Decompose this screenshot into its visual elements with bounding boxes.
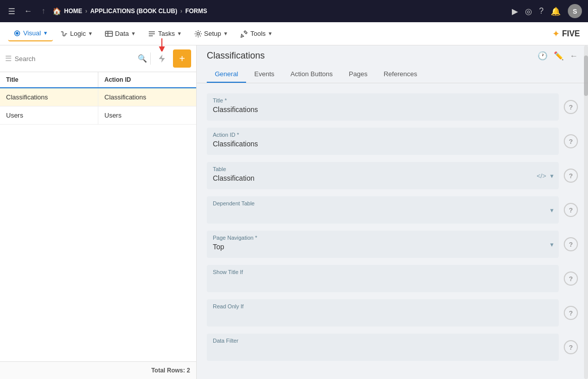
- lightning-container: [154, 50, 170, 67]
- read-only-label: Read Only If: [213, 303, 553, 309]
- bell-icon[interactable]: 🔔: [551, 7, 561, 16]
- title-help-icon[interactable]: ?: [564, 100, 578, 114]
- table-field: Table Classification </> ▾: [207, 162, 559, 189]
- table-field-actions: </> ▾: [537, 172, 554, 180]
- dependent-table-help-icon[interactable]: ?: [564, 203, 578, 217]
- data-filter-label: Data Filter: [213, 338, 553, 344]
- top-navigation: ☰ ← ↑ 🏠 HOME › APPLICATIONS (BOOK CLUB) …: [0, 0, 588, 22]
- field-row-action-id: Action ID * Classifications ?: [207, 128, 578, 155]
- row-title-cell: Classifications: [0, 88, 98, 106]
- search-icon[interactable]: 🔍: [138, 54, 147, 63]
- field-row-table: Table Classification </> ▾ ?: [207, 162, 578, 189]
- page-navigation-value[interactable]: Top: [213, 243, 553, 251]
- toolbar-data[interactable]: Data ▼: [100, 27, 141, 41]
- table-row[interactable]: Users Users: [0, 106, 196, 125]
- row-action-id-cell: Classifications: [98, 88, 196, 106]
- page-navigation-field: Page Navigation * Top ▾: [207, 231, 559, 258]
- right-panel-title: Classifications: [207, 50, 533, 61]
- tab-general[interactable]: General: [207, 66, 246, 83]
- search-nav-icon[interactable]: ◎: [525, 7, 532, 16]
- back-icon[interactable]: ←: [22, 5, 34, 18]
- action-id-value[interactable]: Classifications: [213, 140, 553, 148]
- title-value[interactable]: Classifications: [213, 105, 553, 114]
- history-icon[interactable]: 🕐: [538, 51, 548, 61]
- field-row-data-filter: Data Filter ?: [207, 334, 578, 361]
- toolbar-setup[interactable]: Setup ▼: [189, 27, 233, 41]
- table-help-icon[interactable]: ?: [564, 169, 578, 183]
- home-label[interactable]: HOME: [64, 8, 82, 15]
- read-only-help-icon[interactable]: ?: [564, 306, 578, 320]
- scrollbar-thumb[interactable]: [584, 56, 588, 96]
- page-navigation-field-actions: ▾: [550, 241, 554, 248]
- title-label: Title *: [213, 97, 553, 103]
- back-arrow-icon[interactable]: ←: [570, 51, 578, 61]
- table-footer: Total Rows: 2: [0, 361, 196, 379]
- dropdown-chevron-icon[interactable]: ▾: [550, 172, 554, 180]
- svg-point-1: [16, 32, 18, 34]
- svg-rect-2: [105, 31, 112, 36]
- tab-pages[interactable]: Pages: [341, 66, 376, 83]
- scrollbar[interactable]: [584, 45, 588, 379]
- data-filter-field: Data Filter: [207, 334, 559, 361]
- table-row[interactable]: Classifications Classifications: [0, 88, 196, 106]
- right-header: Classifications 🕐 ✏️ ←: [197, 45, 588, 66]
- breadcrumb-sep1: ›: [85, 8, 87, 15]
- field-row-show-title: Show Title If ?: [207, 265, 578, 292]
- main-toolbar: Visual ▼ Logic ▼ Data ▼ Tasks ▼ Setup ▼ …: [0, 22, 588, 45]
- show-title-help-icon[interactable]: ?: [564, 272, 578, 286]
- breadcrumb-sep2: ›: [180, 8, 182, 15]
- tab-action-buttons[interactable]: Action Buttons: [282, 66, 341, 83]
- row-title-cell: Users: [0, 106, 98, 124]
- left-panel: ☰ 🔍 +: [0, 45, 197, 379]
- action-id-field: Action ID * Classifications: [207, 128, 559, 155]
- dependent-table-field: Dependent Table ▾: [207, 196, 559, 224]
- add-button[interactable]: +: [173, 49, 191, 68]
- toolbar-visual[interactable]: Visual ▼: [8, 26, 53, 41]
- avatar[interactable]: S: [568, 4, 582, 18]
- dependent-dropdown-chevron-icon[interactable]: ▾: [550, 206, 554, 214]
- lightning-button[interactable]: [154, 50, 170, 67]
- page-navigation-label: Page Navigation *: [213, 235, 553, 241]
- form-area: Title * Classifications ? Action ID * Cl…: [197, 83, 588, 379]
- field-row-read-only: Read Only If ?: [207, 299, 578, 327]
- toolbar-tasks[interactable]: Tasks ▼: [143, 27, 187, 41]
- play-icon[interactable]: ▶: [512, 7, 518, 16]
- table-value[interactable]: Classification: [213, 174, 553, 182]
- search-input[interactable]: [15, 55, 135, 63]
- svg-marker-8: [159, 55, 165, 63]
- action-id-help-icon[interactable]: ?: [564, 134, 578, 148]
- right-panel: Classifications 🕐 ✏️ ← General Events Ac…: [197, 45, 588, 379]
- col-title-header: Title: [0, 72, 98, 87]
- edit-icon[interactable]: ✏️: [554, 51, 564, 61]
- dependent-table-field-actions: ▾: [550, 206, 554, 214]
- dependent-table-label: Dependent Table: [213, 200, 553, 206]
- tab-events[interactable]: Events: [246, 66, 282, 83]
- menu-icon[interactable]: ☰: [6, 5, 17, 18]
- table-body: Classifications Classifications Users Us…: [0, 88, 196, 361]
- help-nav-icon[interactable]: ?: [539, 7, 544, 16]
- filter-icon[interactable]: ☰: [5, 54, 12, 63]
- main-content: ☰ 🔍 +: [0, 45, 588, 379]
- page-navigation-help-icon[interactable]: ?: [564, 237, 578, 251]
- breadcrumb: 🏠 HOME › APPLICATIONS (BOOK CLUB) › FORM…: [52, 7, 207, 15]
- forms-label[interactable]: FORMS: [185, 8, 207, 15]
- code-icon[interactable]: </>: [537, 172, 546, 180]
- app-label[interactable]: APPLICATIONS (BOOK CLUB): [90, 8, 177, 15]
- row-action-id-cell: Users: [98, 106, 196, 124]
- read-only-field: Read Only If: [207, 299, 559, 327]
- tab-references[interactable]: References: [376, 66, 425, 83]
- right-panel-wrapper: Classifications 🕐 ✏️ ← General Events Ac…: [197, 45, 588, 379]
- toolbar-logic[interactable]: Logic ▼: [55, 27, 98, 41]
- field-row-dependent-table: Dependent Table ▾ ?: [207, 196, 578, 224]
- page-nav-dropdown-chevron-icon[interactable]: ▾: [550, 241, 554, 248]
- right-header-actions: 🕐 ✏️ ←: [538, 51, 578, 61]
- tabs: General Events Action Buttons Pages Refe…: [197, 66, 588, 83]
- show-title-label: Show Title If: [213, 269, 553, 275]
- data-filter-help-icon[interactable]: ?: [564, 340, 578, 354]
- field-row-page-navigation: Page Navigation * Top ▾ ?: [207, 231, 578, 258]
- search-bar: ☰ 🔍 +: [0, 45, 196, 72]
- forward-icon[interactable]: ↑: [39, 5, 47, 18]
- title-field: Title * Classifications: [207, 93, 559, 121]
- table-label: Table: [213, 166, 553, 172]
- toolbar-tools[interactable]: Tools ▼: [235, 27, 277, 41]
